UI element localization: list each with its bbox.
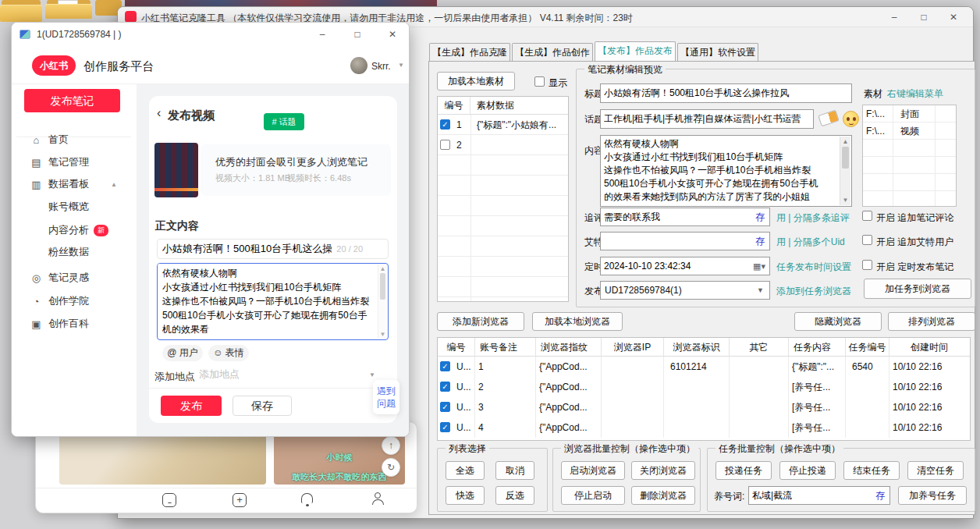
- sidebar-item-inspiration[interactable]: ◎笔记灵感: [12, 267, 137, 289]
- sidebar-item-academy[interactable]: ◔创作学院: [12, 290, 137, 312]
- row-checkbox-checked[interactable]: ✓: [440, 361, 450, 371]
- add-task-to-browser-button[interactable]: 加任务到浏览器: [864, 279, 971, 299]
- asset-context-menu-link[interactable]: 右键编辑菜单: [887, 87, 943, 101]
- note-title-input[interactable]: [601, 88, 851, 99]
- schedule-toggle-checkbox[interactable]: [862, 260, 872, 270]
- mention-user-button[interactable]: @ 用户: [162, 345, 203, 361]
- sidebar-item-wiki[interactable]: ▣创作百科: [12, 313, 137, 335]
- followup-hint[interactable]: 用 | 分隔多条追评: [776, 211, 850, 225]
- load-local-material-button[interactable]: 加载本地素材: [437, 72, 515, 91]
- tab-clone[interactable]: 【生成】作品克隆: [429, 43, 510, 61]
- maximize-button[interactable]: □: [912, 9, 936, 25]
- select-all-button[interactable]: 全选: [446, 461, 485, 480]
- video-thumbnail[interactable]: [154, 143, 198, 197]
- start-browser-button[interactable]: 启动浏览器: [561, 461, 625, 480]
- help-floating-tab[interactable]: 遇到 问题: [373, 380, 399, 414]
- invert-select-button[interactable]: 反选: [495, 486, 534, 505]
- topic-input[interactable]: [601, 114, 813, 125]
- deliver-task-button[interactable]: 投递任务: [715, 461, 772, 480]
- publish-button[interactable]: 发布: [161, 396, 222, 416]
- browser-table-row[interactable]: ✓U...4{"AppCod...[养号任...10/10 22:16: [438, 417, 970, 438]
- scroll-down-icon[interactable]: ▼: [840, 197, 850, 204]
- note-title-input[interactable]: [158, 243, 336, 255]
- at-input[interactable]: [601, 236, 751, 247]
- scroll-thumb[interactable]: [842, 147, 849, 169]
- note-title-field[interactable]: [600, 83, 852, 103]
- profile-icon[interactable]: [371, 492, 385, 506]
- followup-input[interactable]: [601, 211, 751, 222]
- chevron-down-icon[interactable]: ▼: [398, 62, 404, 69]
- asset-row[interactable]: F:\... 封面: [863, 105, 956, 122]
- material-row[interactable]: ✓1 {"标题":"小姑娘有...: [438, 115, 568, 135]
- scroll-up-icon[interactable]: ▲: [840, 138, 850, 145]
- schedule-input[interactable]: [601, 261, 749, 272]
- arrange-browser-button[interactable]: 排列浏览器: [888, 312, 975, 331]
- content-scrollbar[interactable]: ▲ ▼: [840, 137, 850, 205]
- calendar-icon[interactable]: ▦▾: [749, 261, 769, 272]
- tab-create[interactable]: 【生成】作品创作: [512, 43, 593, 61]
- save-link[interactable]: 存: [871, 489, 889, 502]
- quick-select-button[interactable]: 快选: [446, 486, 485, 505]
- nurture-keyword-input[interactable]: [749, 490, 871, 501]
- tab-publish[interactable]: 【发布】作品发布: [595, 41, 676, 61]
- content-field[interactable]: ▲ ▼: [600, 135, 852, 207]
- refresh-button[interactable]: ↻: [382, 458, 400, 477]
- content-textarea[interactable]: [601, 136, 835, 204]
- material-row[interactable]: 2: [438, 135, 568, 155]
- row-checkbox[interactable]: [440, 140, 450, 150]
- avatar[interactable]: [350, 57, 368, 74]
- eraser-icon[interactable]: [818, 110, 839, 127]
- add-new-browser-button[interactable]: 添加新浏览器: [437, 312, 524, 331]
- cancel-select-button[interactable]: 取消: [495, 461, 534, 480]
- sidebar-item-fans-data[interactable]: 粉丝数据: [12, 241, 137, 263]
- save-link[interactable]: 存: [751, 211, 769, 224]
- row-checkbox-checked[interactable]: ✓: [440, 422, 450, 432]
- bell-icon[interactable]: [301, 493, 313, 503]
- load-local-browser-button[interactable]: 加载本地浏览器: [532, 312, 623, 331]
- at-field[interactable]: 存: [600, 232, 770, 250]
- note-body-textarea[interactable]: [158, 264, 375, 337]
- show-checkbox[interactable]: [534, 76, 545, 87]
- browser-table-row[interactable]: ✓U...3{"AppCod...[养号任...10/10 22:16: [438, 397, 970, 417]
- browser-table-row[interactable]: ✓U...2{"AppCod...[养号任...10/10 22:16: [438, 377, 970, 397]
- sidebar-item-home[interactable]: ⌂首页: [12, 129, 137, 151]
- save-button[interactable]: 保存: [233, 396, 292, 416]
- publish-hint[interactable]: 添加到任务浏览器: [776, 285, 851, 298]
- note-body-field[interactable]: ▲ ▼: [157, 263, 389, 340]
- material-table[interactable]: 编号 素材数据 ✓1 {"标题":"小姑娘有... 2: [437, 96, 569, 302]
- close-button[interactable]: ✕: [942, 9, 965, 25]
- feed-photo-baby[interactable]: [59, 431, 266, 485]
- row-checkbox-checked[interactable]: ✓: [440, 119, 450, 130]
- minimize-button[interactable]: –: [882, 9, 906, 25]
- nurture-keyword-field[interactable]: 存: [748, 486, 890, 505]
- sidebar-item-dashboard[interactable]: ▥数据看板▲: [12, 173, 137, 195]
- stop-deliver-button[interactable]: 停止投递: [779, 461, 836, 480]
- browser-table-row[interactable]: ✓U...1{"AppCod...6101214{"标题":"...654010…: [438, 357, 970, 377]
- minimize-button[interactable]: –: [311, 27, 334, 42]
- browser-table[interactable]: 编号 账号备注 浏览器指纹 浏览器IP 浏览器标识 其它 任务内容 任务编号 创…: [437, 337, 971, 441]
- username[interactable]: Skrr.: [371, 61, 391, 72]
- schedule-field[interactable]: ▦▾: [600, 257, 770, 275]
- xhs-titlebar[interactable]: 1(UD1728569784 | ) – □ ✕: [12, 23, 409, 46]
- back-icon[interactable]: ‹: [157, 106, 161, 120]
- clear-task-button[interactable]: 清空任务: [907, 461, 964, 480]
- scroll-down-icon[interactable]: ▼: [378, 331, 387, 338]
- asset-row[interactable]: F:\... 视频: [863, 122, 956, 140]
- create-post-icon[interactable]: +: [233, 493, 247, 507]
- save-link[interactable]: 存: [751, 235, 769, 248]
- tab-settings[interactable]: 【通用】软件设置: [677, 43, 758, 61]
- hide-browser-button[interactable]: 隐藏浏览器: [794, 312, 882, 331]
- note-title-field[interactable]: 20 / 20: [157, 239, 389, 259]
- close-browser-button[interactable]: 关闭浏览器: [631, 461, 695, 480]
- topic-badge-button[interactable]: # 话题: [264, 113, 304, 130]
- topic-field[interactable]: [600, 109, 814, 129]
- home-icon[interactable]: [162, 493, 176, 507]
- followup-toggle-checkbox[interactable]: [862, 211, 872, 221]
- scroll-top-button[interactable]: ↑: [382, 436, 400, 455]
- scroll-thumb[interactable]: [380, 273, 385, 300]
- close-button[interactable]: ✕: [381, 27, 404, 42]
- delete-browser-button[interactable]: 删除浏览器: [631, 486, 695, 505]
- stop-start-button[interactable]: 停止启动: [561, 486, 625, 505]
- maximize-button[interactable]: □: [346, 27, 369, 42]
- publish-target-select[interactable]: UD1728569784(1) ▼: [600, 281, 770, 300]
